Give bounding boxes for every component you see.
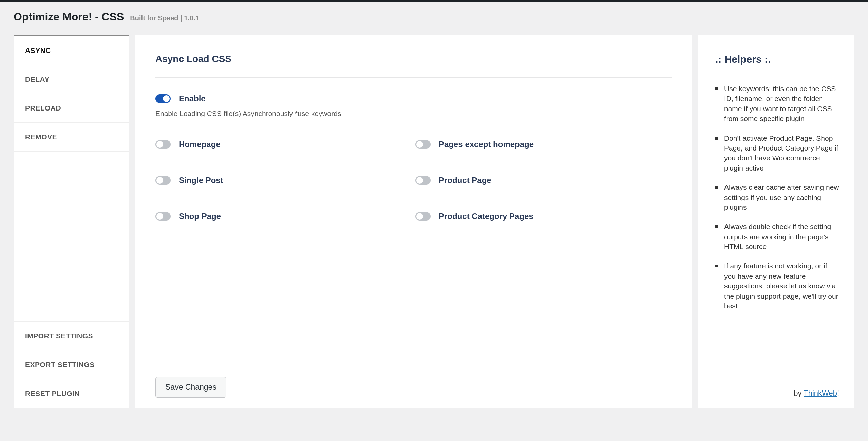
option-shop-page: Shop Page — [155, 212, 395, 221]
option-label: Homepage — [179, 140, 221, 149]
helpers-title: .: Helpers :. — [715, 54, 839, 65]
option-pages-except-homepage: Pages except homepage — [415, 140, 655, 149]
export-settings-button[interactable]: EXPORT SETTINGS — [14, 350, 129, 379]
footer-prefix: by — [794, 389, 804, 397]
helpers-item: Always double check if the setting outpu… — [715, 222, 839, 252]
option-product-page: Product Page — [415, 176, 655, 185]
page-title: Optimize More! - CSS — [14, 11, 124, 23]
homepage-toggle[interactable] — [155, 140, 171, 149]
product-page-toggle[interactable] — [415, 176, 431, 185]
save-changes-button[interactable]: Save Changes — [155, 377, 226, 398]
option-homepage: Homepage — [155, 140, 395, 149]
sidebar-item-label: EXPORT SETTINGS — [25, 361, 95, 368]
reset-plugin-button[interactable]: RESET PLUGIN — [14, 379, 129, 408]
pages-except-homepage-toggle[interactable] — [415, 140, 431, 149]
option-label: Pages except homepage — [439, 140, 534, 149]
option-product-category-pages: Product Category Pages — [415, 212, 655, 221]
divider — [155, 240, 672, 240]
enable-label: Enable — [179, 94, 206, 103]
helpers-item: Use keywords: this can be the CSS ID, fi… — [715, 84, 839, 124]
tab-async[interactable]: ASYNC — [14, 36, 129, 65]
helpers-footer: by ThinkWeb! — [715, 379, 839, 398]
enable-row: Enable — [155, 94, 672, 103]
helpers-item: Always clear cache after saving new sett… — [715, 182, 839, 212]
tab-label: ASYNC — [25, 46, 51, 54]
single-post-toggle[interactable] — [155, 176, 171, 185]
sidebar-item-label: IMPORT SETTINGS — [25, 332, 93, 340]
tab-remove[interactable]: REMOVE — [14, 123, 129, 152]
helpers-item: Don't activate Product Page, Shop Page, … — [715, 133, 839, 173]
tab-label: REMOVE — [25, 133, 57, 141]
enable-toggle[interactable] — [155, 94, 171, 103]
option-label: Product Page — [439, 176, 491, 185]
tab-preload[interactable]: PRELOAD — [14, 94, 129, 123]
main-panel: Async Load CSS Enable Enable Loading CSS… — [135, 35, 692, 408]
option-label: Single Post — [179, 176, 223, 185]
helpers-item: If any feature is not working, or if you… — [715, 261, 839, 311]
tab-delay[interactable]: DELAY — [14, 65, 129, 94]
page-meta: Built for Speed | 1.0.1 — [130, 14, 199, 22]
product-category-pages-toggle[interactable] — [415, 212, 431, 221]
helpers-panel: .: Helpers :. Use keywords: this can be … — [698, 35, 854, 408]
sidebar: ASYNC DELAY PRELOAD REMOVE IMPORT SETTIN… — [14, 35, 129, 408]
section-title: Async Load CSS — [155, 54, 672, 64]
footer-suffix: ! — [837, 389, 839, 397]
page-header: Optimize More! - CSS Built for Speed | 1… — [14, 11, 854, 23]
thinkweb-link[interactable]: ThinkWeb — [804, 389, 837, 397]
shop-page-toggle[interactable] — [155, 212, 171, 221]
option-single-post: Single Post — [155, 176, 395, 185]
sidebar-item-label: RESET PLUGIN — [25, 389, 80, 397]
tab-label: PRELOAD — [25, 104, 61, 112]
divider — [155, 77, 672, 78]
helpers-list: Use keywords: this can be the CSS ID, fi… — [715, 84, 839, 320]
option-label: Product Category Pages — [439, 212, 533, 221]
tab-label: DELAY — [25, 75, 50, 83]
import-settings-button[interactable]: IMPORT SETTINGS — [14, 321, 129, 350]
option-label: Shop Page — [179, 212, 221, 221]
enable-help: Enable Loading CSS file(s) Asynchronousl… — [155, 109, 672, 118]
